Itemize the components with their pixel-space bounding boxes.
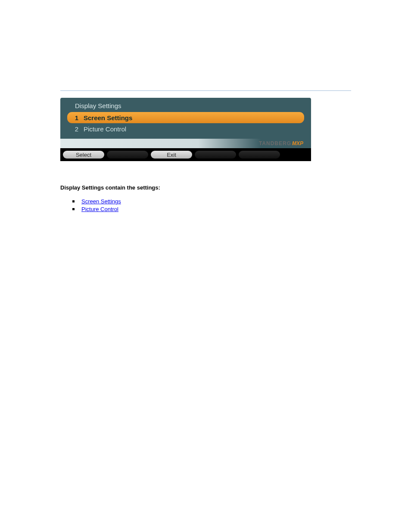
exit-button[interactable]: Exit (151, 151, 192, 159)
button-slot-empty (195, 151, 236, 159)
bullet-icon (72, 200, 75, 202)
bullet-icon (72, 208, 75, 210)
button-slot-empty (239, 151, 280, 159)
brand-suffix: MXP (292, 140, 303, 146)
panel-title: Display Settings (65, 100, 307, 112)
list-item: Picture Control (72, 206, 121, 212)
device-screenshot: Display Settings 1 Screen Settings 2 Pic… (60, 98, 311, 161)
menu-item-picture-control[interactable]: 2 Picture Control (67, 123, 304, 134)
section-caption: Display Settings contain the settings: (60, 184, 351, 191)
brand-name: TANDBERG (259, 140, 291, 146)
menu-panel: Display Settings 1 Screen Settings 2 Pic… (60, 98, 311, 139)
list-item: Screen Settings (72, 198, 121, 205)
link-list: Screen Settings Picture Control (72, 198, 121, 214)
menu-item-number: 1 (71, 114, 78, 121)
horizontal-rule (60, 90, 351, 91)
menu-item-label: Screen Settings (78, 114, 132, 121)
button-slot-empty (107, 151, 148, 159)
document-page: Display Settings 1 Screen Settings 2 Pic… (0, 0, 411, 532)
button-bar: Select Exit (60, 148, 311, 161)
select-button[interactable]: Select (63, 151, 104, 159)
brand-bar: TANDBERGMXP (60, 139, 311, 148)
screen-settings-link[interactable]: Screen Settings (81, 198, 121, 205)
menu-item-number: 2 (71, 125, 78, 133)
menu-item-label: Picture Control (78, 125, 126, 133)
menu-item-screen-settings[interactable]: 1 Screen Settings (67, 112, 304, 123)
picture-control-link[interactable]: Picture Control (81, 206, 118, 212)
